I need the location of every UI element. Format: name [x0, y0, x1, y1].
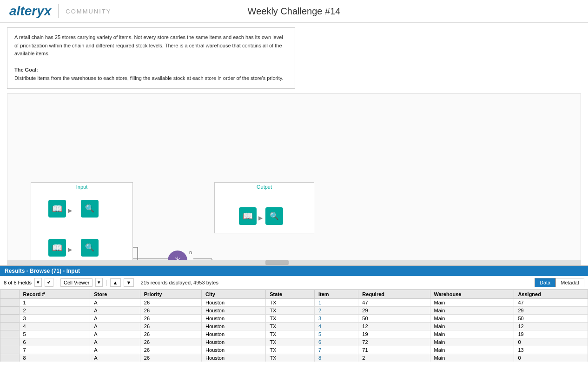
table-cell: 0	[514, 354, 588, 362]
table-row: 1A26HoustonTX147Main47	[0, 298, 588, 306]
data-table: Record # Store Priority City State Item …	[0, 290, 588, 362]
goal-text: Distribute items from the warehouse to e…	[14, 75, 283, 81]
table-cell: 26	[140, 298, 201, 306]
fields-check-btn[interactable]: ✔	[45, 278, 53, 287]
row-indicator	[0, 346, 20, 354]
table-cell: TX	[266, 314, 315, 322]
table-cell: A	[90, 338, 140, 346]
table-cell: 3	[19, 314, 90, 322]
input-box-title: Input	[31, 183, 132, 191]
table-row: 8A26HoustonTX82Main0	[0, 354, 588, 362]
row-indicator	[0, 322, 20, 330]
table-cell: Main	[430, 314, 514, 322]
output-box: Output	[214, 182, 314, 233]
table-cell: 0	[514, 338, 588, 346]
row-indicator	[0, 306, 20, 314]
table-cell: 72	[358, 338, 430, 346]
canvas-area: Input Output 📖 ▶ 🔍 📖 ▶ 🔍 📖 ▶ 🔍 📖 ▶ 🔍 ✳ D…	[7, 93, 581, 265]
table-cell: 3	[314, 314, 358, 322]
table-cell: 8	[19, 354, 90, 362]
goal-label: The Goal:	[14, 67, 38, 73]
table-cell: Houston	[202, 306, 266, 314]
bottom-panel-header: Results - Browse (71) - Input	[0, 266, 588, 276]
table-cell: 47	[358, 298, 430, 306]
table-cell: TX	[266, 338, 315, 346]
col-header-priority[interactable]: Priority	[140, 290, 201, 298]
table-cell: 2	[314, 306, 358, 314]
sort-down-btn[interactable]: ▼	[124, 278, 134, 287]
col-header-assigned[interactable]: Assigned	[514, 290, 588, 298]
fields-dropdown-btn[interactable]: ▾	[34, 278, 42, 287]
table-cell: Main	[430, 322, 514, 330]
col-header-state[interactable]: State	[266, 290, 315, 298]
col-header-warehouse[interactable]: Warehouse	[430, 290, 514, 298]
table-cell: Main	[430, 330, 514, 338]
table-cell: 12	[514, 322, 588, 330]
book-icon-1[interactable]: 📖	[48, 200, 66, 218]
table-cell: A	[90, 346, 140, 354]
table-cell: Main	[430, 306, 514, 314]
table-cell: 7	[19, 346, 90, 354]
table-cell: Main	[430, 354, 514, 362]
canvas-scroll-thumb[interactable]	[265, 260, 289, 265]
metadata-btn[interactable]: Metadat	[555, 278, 584, 287]
table-cell: Houston	[202, 338, 266, 346]
output-book-icon[interactable]: 📖	[239, 207, 257, 225]
separator-2: |	[106, 279, 107, 286]
table-cell: 5	[314, 330, 358, 338]
table-cell: 6	[19, 338, 90, 346]
cross-join-d-label: D	[189, 251, 192, 255]
canvas-scrollbar[interactable]	[7, 260, 581, 265]
table-cell: 4	[19, 322, 90, 330]
table-cell: A	[90, 306, 140, 314]
col-header-item[interactable]: Item	[314, 290, 358, 298]
col-header-city[interactable]: City	[202, 290, 266, 298]
table-cell: 71	[358, 346, 430, 354]
table-cell: 19	[514, 330, 588, 338]
table-cell: 26	[140, 354, 201, 362]
bottom-panel: Results - Browse (71) - Input 8 of 8 Fie…	[0, 265, 588, 362]
col-header-record[interactable]: Record #	[19, 290, 90, 298]
cell-viewer-btn[interactable]: Cell Viewer	[60, 278, 92, 287]
cell-viewer-dropdown[interactable]: ▾	[95, 278, 103, 287]
description-box: A retail chain has 25 stores carrying va…	[7, 27, 295, 89]
data-meta-btns: Data Metadat	[535, 278, 584, 287]
output-box-title: Output	[215, 183, 314, 191]
book-icon-2[interactable]: 📖	[48, 239, 66, 257]
browse-icon-2[interactable]: 🔍	[81, 239, 99, 257]
table-cell: 26	[140, 338, 201, 346]
table-cell: TX	[266, 306, 315, 314]
table-cell: TX	[266, 322, 315, 330]
table-cell: 8	[314, 354, 358, 362]
table-cell: Houston	[202, 346, 266, 354]
arrow-2: ▶	[68, 246, 72, 253]
table-row: 5A26HoustonTX519Main19	[0, 330, 588, 338]
table-cell: 5	[19, 330, 90, 338]
table-cell: Main	[430, 346, 514, 354]
table-cell: Houston	[202, 314, 266, 322]
table-cell: 13	[514, 346, 588, 354]
table-cell: TX	[266, 330, 315, 338]
table-cell: Houston	[202, 354, 266, 362]
table-container[interactable]: Record # Store Priority City State Item …	[0, 290, 588, 362]
table-cell: A	[90, 298, 140, 306]
header-divider	[58, 4, 59, 18]
data-btn[interactable]: Data	[535, 278, 555, 287]
col-header-store[interactable]: Store	[90, 290, 140, 298]
table-cell: A	[90, 354, 140, 362]
table-cell: 50	[514, 314, 588, 322]
table-cell: 1	[19, 298, 90, 306]
table-cell: Houston	[202, 330, 266, 338]
browse-icon-1[interactable]: 🔍	[81, 200, 99, 218]
table-cell: Houston	[202, 322, 266, 330]
col-header-required[interactable]: Required	[358, 290, 430, 298]
table-row: 2A26HoustonTX229Main29	[0, 306, 588, 314]
output-browse-icon[interactable]: 🔍	[265, 207, 283, 225]
records-info: 215 records displayed, 4953 bytes	[140, 280, 218, 285]
col-header-rownum	[0, 290, 20, 298]
table-row: 4A26HoustonTX412Main12	[0, 322, 588, 330]
table-cell: 26	[140, 306, 201, 314]
table-cell: TX	[266, 298, 315, 306]
sort-up-btn[interactable]: ▲	[110, 278, 121, 287]
fields-badge: 8 of 8 Fields	[4, 280, 32, 285]
